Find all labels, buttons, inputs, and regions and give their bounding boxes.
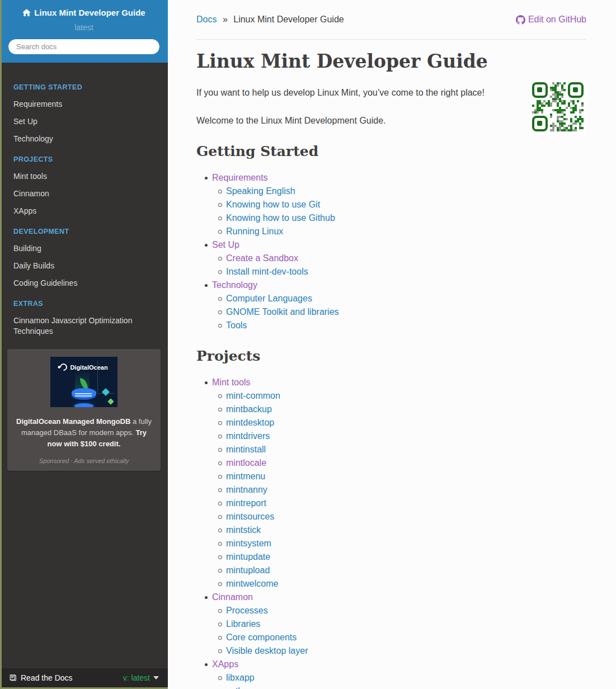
toc-item: RequirementsSpeaking EnglishKnowing how … (205, 171, 586, 238)
version-switcher[interactable]: v: latest (123, 673, 159, 682)
toc-link-xapps[interactable]: XApps (212, 659, 238, 669)
toc-subitem: Knowing how to use Github (219, 211, 586, 225)
breadcrumb-separator: » (223, 15, 228, 24)
readthedocs-link[interactable]: Read the Docs (9, 673, 73, 682)
qr-finder-pattern (568, 82, 584, 98)
sidebar-item-technology[interactable]: Technology (0, 130, 168, 148)
toc-subitem: Processes (219, 604, 586, 617)
toc-link-mintreport[interactable]: mintreport (226, 498, 266, 508)
toc-link-mintsystem[interactable]: mintsystem (226, 539, 271, 548)
toc-link-running-linux[interactable]: Running Linux (226, 226, 283, 236)
sidebar-item-daily-builds[interactable]: Daily Builds (0, 257, 168, 275)
sidebar-item-xapps[interactable]: XApps (0, 202, 168, 220)
toc-link-requirements[interactable]: Requirements (212, 173, 268, 182)
toc-subitem: Knowing how to use Git (219, 198, 586, 211)
project-home-link[interactable]: Linux Mint Developer Guide (22, 7, 145, 19)
toc-link-mintupdate[interactable]: mintupdate (226, 552, 270, 561)
toc-sublist: libxapppython-xapp (219, 671, 586, 689)
toc-link-mintinstall[interactable]: mintinstall (226, 445, 266, 454)
toc-link-core-components[interactable]: Core components (226, 633, 297, 642)
toc-link-mintupload[interactable]: mintupload (226, 565, 270, 575)
toc-link-libraries[interactable]: Libraries (226, 619, 260, 629)
sidebar-section-caption: EXTRAS (0, 300, 168, 308)
toc-subitem: mintdesktop (219, 416, 586, 430)
version-label: latest (8, 23, 160, 32)
toc-link-mint-tools[interactable]: Mint tools (212, 377, 250, 387)
toc-subitem: mintinstall (219, 443, 586, 456)
toc-link-mint-common[interactable]: mint-common (226, 391, 280, 400)
toc-link-knowing-how-to-use-github[interactable]: Knowing how to use Github (226, 213, 335, 223)
breadcrumb-current: Linux Mint Developer Guide (233, 15, 344, 24)
sidebar-item-requirements[interactable]: Requirements (0, 96, 168, 113)
toc-link-create-a-sandbox[interactable]: Create a Sandbox (226, 253, 298, 263)
toc-link-mintmenu[interactable]: mintmenu (226, 471, 265, 481)
toc-link-gnome-toolkit-and-libraries[interactable]: GNOME Toolkit and libraries (226, 307, 339, 317)
toc-item: Set UpCreate a SandboxInstall mint-dev-t… (205, 238, 586, 279)
toc-item: Mint toolsmint-commonmintbackupmintdeskt… (205, 376, 586, 591)
toc-link-install-mint-dev-tools[interactable]: Install mint-dev-tools (226, 267, 308, 276)
toc-item: XAppslibxapppython-xapp (205, 658, 586, 689)
toc-link-computer-languages[interactable]: Computer Languages (226, 294, 312, 303)
toc-link-mintlocale[interactable]: mintlocale (226, 458, 266, 468)
toc-subitem: Install mint-dev-tools (219, 265, 586, 279)
toc-link-libxapp[interactable]: libxapp (226, 673, 255, 682)
toc-link-tools[interactable]: Tools (226, 320, 247, 330)
sidebar-nav: GETTING STARTEDRequirementsSet UpTechnol… (0, 63, 168, 340)
search-input[interactable] (8, 39, 160, 55)
toc-list: RequirementsSpeaking EnglishKnowing how … (205, 171, 586, 332)
edit-on-github-link[interactable]: Edit on GitHub (516, 15, 586, 25)
toc-subitem: Visible desktop layer (219, 644, 586, 658)
toc-link-processes[interactable]: Processes (226, 606, 268, 615)
project-title: Linux Mint Developer Guide (34, 7, 145, 19)
sidebar-section-list: Mint toolsCinnamonXApps (0, 168, 168, 220)
sidebar-item-cinnamon-javascript-optimization-techniques[interactable]: Cinnamon Javascript Optimization Techniq… (0, 312, 168, 340)
toc-link-visible-desktop-layer[interactable]: Visible desktop layer (226, 646, 308, 655)
toc-link-mintbackup[interactable]: mintbackup (226, 404, 272, 414)
section-heading: Projects (196, 347, 586, 366)
toc-sublist: Computer LanguagesGNOME Toolkit and libr… (219, 292, 586, 332)
toc-subitem: Tools (219, 319, 586, 332)
qr-finder-pattern (532, 82, 548, 98)
toc-sublist: Create a SandboxInstall mint-dev-tools (219, 252, 586, 279)
toc-subitem: mintsources (219, 510, 586, 523)
ad-disclosure: Sponsored · Ads served ethically (14, 457, 154, 464)
breadcrumb: Docs » Linux Mint Developer Guide (196, 15, 344, 25)
toc-subitem: Core components (219, 631, 586, 644)
toc-link-mintdrivers[interactable]: mintdrivers (226, 431, 270, 441)
sidebar-header: Linux Mint Developer Guide latest (0, 0, 168, 63)
sidebar-item-building[interactable]: Building (0, 240, 168, 257)
toc-link-mintdesktop[interactable]: mintdesktop (226, 418, 274, 427)
toc-link-mintsources[interactable]: mintsources (226, 512, 274, 521)
toc-subitem: mintstick (219, 523, 586, 537)
toc-sublist: Speaking EnglishKnowing how to use GitKn… (219, 185, 586, 238)
sidebar-item-coding-guidelines[interactable]: Coding Guidelines (0, 275, 168, 292)
sidebar-section-list: Cinnamon Javascript Optimization Techniq… (0, 312, 168, 340)
toc-link-python-xapp[interactable]: python-xapp (226, 686, 275, 689)
table-of-contents: Getting StartedRequirementsSpeaking Engl… (196, 142, 586, 689)
breadcrumb-docs-link[interactable]: Docs (196, 15, 217, 24)
toc-subitem: mintupdate (219, 550, 586, 564)
toc-subitem: mintmenu (219, 470, 586, 483)
toc-subitem: mint-common (219, 389, 586, 403)
digitalocean-mark-icon (59, 362, 69, 372)
toc-link-mintnanny[interactable]: mintnanny (226, 485, 267, 494)
toc-link-mintwelcome[interactable]: mintwelcome (226, 579, 278, 588)
toc-link-knowing-how-to-use-git[interactable]: Knowing how to use Git (226, 200, 320, 209)
sponsor-ad-card[interactable]: DigitalOcean DigitalOcean Managed MongoD… (7, 349, 161, 471)
toc-link-mintstick[interactable]: mintstick (226, 525, 261, 535)
toc-subitem: libxapp (219, 671, 586, 685)
toc-subitem: Running Linux (219, 225, 586, 238)
toc-subitem: mintupload (219, 564, 586, 577)
toc-link-set-up[interactable]: Set Up (212, 240, 239, 249)
page-title: Linux Mint Developer Guide (196, 49, 586, 74)
sidebar-item-mint-tools[interactable]: Mint tools (0, 168, 168, 185)
chevron-down-icon (153, 676, 159, 679)
sidebar-item-cinnamon[interactable]: Cinnamon (0, 185, 168, 202)
toc-subitem: mintwelcome (219, 577, 586, 591)
sidebar-item-set-up[interactable]: Set Up (0, 113, 168, 130)
sidebar: Linux Mint Developer Guide latest GETTIN… (0, 0, 168, 689)
toc-link-technology[interactable]: Technology (212, 280, 257, 290)
toc-list: Mint toolsmint-commonmintbackupmintdeskt… (205, 376, 586, 689)
toc-link-cinnamon[interactable]: Cinnamon (212, 592, 253, 602)
toc-link-speaking-english[interactable]: Speaking English (226, 186, 295, 196)
